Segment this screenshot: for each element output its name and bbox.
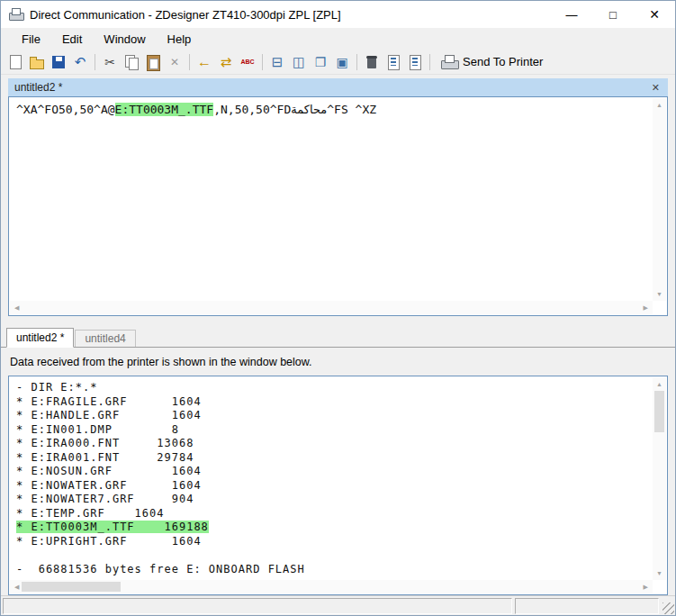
undo-icon[interactable]: ↶ bbox=[70, 52, 90, 72]
zpl-editor[interactable]: ^XA^FO50,50^A@E:TT0003M_.TTF,N,50,50^FDم… bbox=[8, 96, 668, 316]
arrow-left-icon[interactable]: ← bbox=[194, 52, 214, 72]
printer-memory-icon[interactable] bbox=[362, 52, 382, 72]
console-line: * E:TT0003M_.TTF 169188 bbox=[16, 521, 647, 535]
console-line: * E:TEMP.GRF 1604 bbox=[16, 507, 647, 521]
scroll-right-icon[interactable]: ▶ bbox=[641, 304, 651, 311]
console-horizontal-scrollbar[interactable]: ◀ ▶ bbox=[10, 580, 653, 593]
editor-horizontal-scrollbar[interactable]: ◀ ▶ bbox=[10, 301, 653, 314]
cut-icon[interactable]: ✂ bbox=[100, 52, 120, 72]
scroll-up-icon[interactable]: ▲ bbox=[656, 377, 662, 391]
received-data-label: Data received from the printer is shown … bbox=[10, 356, 666, 368]
vertical-scroll-thumb[interactable] bbox=[654, 391, 664, 432]
window-controls: — □ ✕ bbox=[551, 1, 675, 28]
printer-output-panel[interactable]: - DIR E:*.** E:FRAGILE.GRF 1604* E:HANDL… bbox=[8, 376, 668, 595]
editor-window-caption[interactable]: untitled2 * ✕ bbox=[8, 78, 668, 96]
tile-horizontal-icon[interactable]: ⊟ bbox=[267, 52, 287, 72]
toolbar-icons: ↶✂✕←⇄ABC⊟◫❐▣ bbox=[5, 52, 426, 72]
horizontal-scroll-thumb[interactable] bbox=[22, 582, 121, 592]
send-to-printer-label: Send To Printer bbox=[463, 55, 543, 68]
toolbar-separator bbox=[262, 54, 263, 70]
zpl-segment: ^FS ^XZ bbox=[327, 103, 376, 116]
minimize-button[interactable]: — bbox=[551, 1, 592, 28]
send-file-icon[interactable] bbox=[383, 52, 403, 72]
menu-item-window[interactable]: Window bbox=[94, 30, 155, 49]
cascade-windows-icon[interactable]: ❐ bbox=[311, 52, 330, 72]
receive-file-icon[interactable] bbox=[405, 52, 425, 72]
resize-grip[interactable] bbox=[662, 598, 674, 614]
console-line: * E:NOWATER.GRF 1604 bbox=[16, 479, 647, 494]
editor-window-title: untitled2 * bbox=[14, 81, 62, 94]
zpl-text: ^XA^FO50,50^A@E:TT0003M_.TTF,N,50,50^FDم… bbox=[16, 103, 647, 116]
arrange-icons-icon[interactable]: ▣ bbox=[332, 52, 352, 72]
scroll-down-icon[interactable]: ▼ bbox=[656, 287, 662, 301]
console-line: * E:IRA000.FNT 13068 bbox=[16, 437, 647, 451]
console-line: * E:UPRIGHT.GRF 1604 bbox=[16, 535, 647, 549]
toolbar-separator bbox=[356, 54, 357, 70]
scroll-left-icon[interactable]: ◀ bbox=[12, 304, 22, 311]
scroll-right-icon[interactable]: ▶ bbox=[641, 584, 651, 590]
scroll-left-icon[interactable]: ◀ bbox=[12, 584, 22, 590]
scroll-up-icon[interactable]: ▲ bbox=[656, 98, 662, 112]
status-panel-right bbox=[515, 598, 659, 614]
printer-icon bbox=[441, 55, 457, 68]
toolbar-separator bbox=[95, 54, 95, 70]
toolbar-separator bbox=[189, 54, 190, 70]
menu-item-help[interactable]: Help bbox=[158, 30, 202, 49]
console-vertical-scrollbar[interactable]: ▲ ▼ bbox=[653, 377, 666, 580]
new-document-icon[interactable] bbox=[5, 52, 25, 72]
console-line: * E:IN001.DMP 8 bbox=[16, 423, 647, 438]
window-title: Direct Communication - ZDesigner ZT410-3… bbox=[30, 8, 341, 22]
title-bar: Direct Communication - ZDesigner ZT410-3… bbox=[1, 1, 675, 28]
tile-vertical-icon[interactable]: ◫ bbox=[289, 52, 309, 72]
console-line bbox=[16, 548, 647, 563]
menu-item-edit[interactable]: Edit bbox=[52, 30, 92, 49]
transfer-icon[interactable]: ⇄ bbox=[216, 52, 236, 72]
save-icon[interactable] bbox=[49, 52, 68, 72]
maximize-button[interactable]: □ bbox=[592, 1, 634, 28]
zpl-segment: ^XA^FO50,50^A@ bbox=[16, 103, 115, 116]
spell-check-icon[interactable]: ABC bbox=[238, 52, 257, 72]
console-line: - 66881536 bytes free E: ONBOARD FLASH bbox=[16, 563, 647, 577]
console-line: * E:IRA001.FNT 29784 bbox=[16, 451, 647, 466]
console-line: * E:FRAGILE.GRF 1604 bbox=[16, 395, 647, 410]
console-line: * E:NOWATER7.GRF 904 bbox=[16, 493, 647, 507]
paste-icon[interactable] bbox=[143, 52, 163, 72]
tab-untitled2[interactable]: untitled2 * bbox=[6, 328, 74, 348]
console-output: - DIR E:*.** E:FRAGILE.GRF 1604* E:HANDL… bbox=[16, 381, 647, 578]
menu-bar: FileEditWindowHelp bbox=[1, 28, 675, 50]
zpl-segment: ,N,50,50^FD bbox=[213, 103, 291, 116]
delete-icon[interactable]: ✕ bbox=[165, 52, 185, 72]
status-bar bbox=[1, 595, 675, 616]
toolbar: ↶✂✕←⇄ABC⊟◫❐▣ Send To Printer bbox=[1, 50, 675, 75]
console-line: * E:HANDLE.GRF 1604 bbox=[16, 409, 647, 423]
app-window: Direct Communication - ZDesigner ZT410-3… bbox=[0, 0, 676, 616]
zpl-arabic-segment: محاكمة bbox=[291, 103, 327, 116]
app-icon bbox=[8, 7, 24, 22]
scroll-down-icon[interactable]: ▼ bbox=[656, 566, 662, 580]
status-panel-left bbox=[3, 598, 512, 614]
toolbar-separator bbox=[429, 54, 430, 70]
open-folder-icon[interactable] bbox=[27, 52, 47, 72]
menu-item-file[interactable]: File bbox=[12, 30, 50, 49]
console-line: - DIR E:*.* bbox=[16, 381, 647, 395]
send-to-printer-button[interactable]: Send To Printer bbox=[434, 55, 550, 68]
copy-icon[interactable] bbox=[122, 52, 141, 72]
close-button[interactable]: ✕ bbox=[634, 1, 675, 28]
editor-close-button[interactable]: ✕ bbox=[650, 82, 662, 94]
tab-untitled4[interactable]: untitled4 bbox=[75, 330, 135, 347]
document-tab-bar: untitled2 * untitled4 bbox=[1, 329, 675, 348]
zpl-highlighted-segment: E:TT0003M_.TTF bbox=[115, 103, 214, 116]
console-line: * E:NOSUN.GRF 1604 bbox=[16, 465, 647, 479]
editor-vertical-scrollbar[interactable]: ▲ ▼ bbox=[653, 98, 666, 301]
